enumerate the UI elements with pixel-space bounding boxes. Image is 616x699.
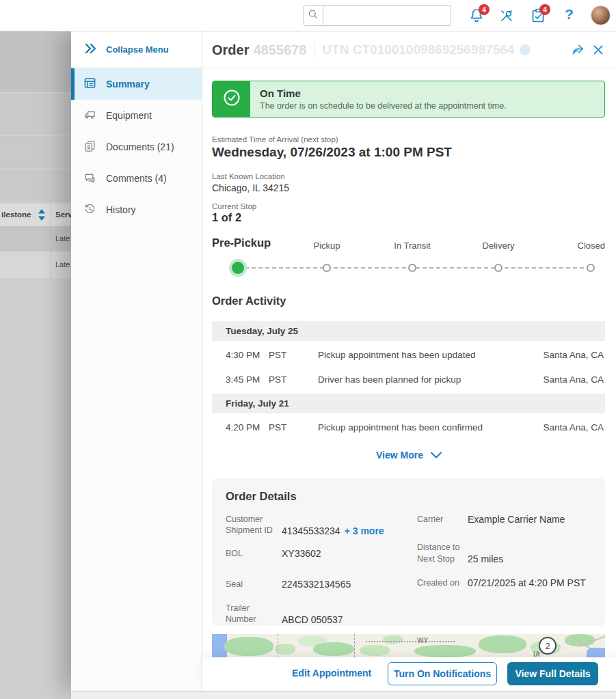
- detail-field: Distance to Next Stop 25 miles: [417, 542, 591, 564]
- map-terrain: [383, 635, 403, 644]
- info-icon[interactable]: [520, 44, 531, 55]
- user-avatar[interactable]: [591, 5, 611, 25]
- background-block: [0, 94, 71, 135]
- order-activity-title: Order Activity: [212, 294, 286, 307]
- page-bottom-strip: [71, 691, 616, 699]
- sidebar-item-summary[interactable]: Summary: [71, 68, 202, 100]
- detail-label: Customer Shipment ID: [226, 514, 282, 536]
- sidebar-item-comments[interactable]: Comments (4): [71, 163, 202, 194]
- collapse-menu-button[interactable]: Collapse Menu: [71, 31, 202, 68]
- share-icon[interactable]: [571, 43, 585, 57]
- summary-icon: [83, 77, 96, 92]
- event-timezone: PST: [269, 350, 286, 360]
- stop-2-marker: 2: [539, 637, 557, 655]
- milestone-column-header: ilestone: [1, 204, 31, 226]
- more-shipment-ids-link[interactable]: + 3 more: [345, 525, 384, 536]
- background-block: [0, 31, 71, 92]
- help-icon[interactable]: ?: [565, 6, 574, 23]
- detail-label: Created on: [417, 577, 468, 588]
- order-details-title: Order Details: [226, 490, 591, 503]
- edit-appointment-button[interactable]: Edit Appointment: [292, 668, 371, 679]
- step-label-pickup: Pickup: [313, 241, 340, 251]
- event-time: 4:30 PM: [226, 350, 260, 360]
- order-drawer-screen: 4 4 ? ilestone Servi Late Late: [0, 0, 616, 699]
- map-border: [354, 634, 355, 657]
- banner-text: On Time The order is on schedule to be d…: [250, 81, 507, 117]
- detail-field: BOL XY33602: [226, 548, 417, 559]
- sidebar-item-documents[interactable]: Documents (21): [71, 131, 202, 163]
- table-row: Late: [0, 251, 71, 278]
- map-water: [587, 648, 605, 657]
- tools-icon[interactable]: [498, 8, 515, 24]
- map-terrain: [479, 635, 526, 653]
- chevron-down-icon: [423, 450, 442, 461]
- order-detail-drawer: Collapse Menu Summary Equipment Document…: [71, 31, 616, 691]
- sidebar-item-label: Comments (4): [106, 173, 167, 184]
- map-terrain: [360, 645, 390, 656]
- comments-icon: [83, 171, 96, 186]
- service-cell: Late: [55, 234, 70, 243]
- map-border: [278, 634, 278, 657]
- view-full-details-button[interactable]: View Full Details: [507, 662, 598, 685]
- map-terrain: [224, 637, 273, 656]
- event-location: Santa Ana, CA: [543, 374, 604, 385]
- sidebar-item-label: Summary: [106, 79, 150, 90]
- drawer-footer: Edit Appointment Turn On Notifications V…: [202, 657, 616, 691]
- detail-label: Trailer Number: [226, 603, 282, 625]
- map-terrain: [313, 642, 354, 656]
- order-title-prefix: Order: [212, 42, 249, 58]
- step-dot: [587, 264, 595, 272]
- created-on-value: 07/21/2025 at 4:20 PM PST: [468, 577, 586, 588]
- current-stop-value: 1 of 2: [212, 211, 241, 224]
- banner-icon-block: [213, 81, 250, 117]
- distance-value: 25 miles: [468, 553, 503, 564]
- event-time: 4:20 PM: [226, 422, 260, 433]
- details-left-column: Customer Shipment ID 41345533234+ 3 more…: [226, 514, 417, 625]
- last-known-location-label: Last Known Location: [212, 172, 285, 180]
- sidebar-item-equipment[interactable]: Equipment: [71, 100, 202, 131]
- activity-row: 3:45 PM PST Driver has been planned for …: [212, 374, 605, 388]
- map-region-label: WY: [417, 637, 428, 644]
- status-message: The order is on schedule to be delivered…: [260, 101, 507, 111]
- detail-field: Created on 07/21/2025 at 4:20 PM PST: [417, 577, 591, 588]
- close-icon[interactable]: [591, 43, 605, 57]
- history-icon: [83, 202, 96, 217]
- service-cell: Late: [55, 260, 70, 269]
- eta-label: Estimated Time of Arrival (next stop): [212, 135, 338, 143]
- detail-label: BOL: [226, 548, 282, 559]
- drawer-sidebar: Collapse Menu Summary Equipment Document…: [71, 31, 202, 691]
- detail-value: 41345533234: [282, 525, 340, 536]
- panel-header: Order 4855678 UTN CT01001009869256987564: [202, 31, 616, 68]
- turn-on-notifications-button[interactable]: Turn On Notifications: [388, 662, 497, 685]
- detail-field: Seal 2245332134565: [226, 579, 417, 590]
- step-label-delivery: Delivery: [483, 241, 515, 251]
- activity-row: 4:30 PM PST Pickup appointment has been …: [212, 350, 605, 364]
- route-map-preview[interactable]: WY IA 2: [212, 634, 605, 657]
- utn-number: UTN CT01001009869256987564: [322, 42, 514, 57]
- seal-value: 2245332134565: [282, 579, 351, 590]
- map-terrain: [414, 645, 476, 657]
- trailer-number-value: ABCD 050537: [282, 614, 343, 625]
- tasks-badge: 4: [539, 4, 550, 15]
- panel-title: Order 4855678 UTN CT01001009869256987564: [212, 31, 531, 68]
- order-details-grid: Customer Shipment ID 41345533234+ 3 more…: [226, 514, 591, 625]
- table-row: Late: [0, 226, 71, 251]
- map-region-label: IA: [533, 650, 540, 657]
- order-number: 4855678: [253, 42, 306, 58]
- step-label-in-transit: In Transit: [394, 241, 430, 251]
- sidebar-item-history[interactable]: History: [71, 194, 202, 225]
- detail-field: Trailer Number ABCD 050537: [226, 603, 417, 625]
- step-dot-active: [232, 262, 244, 274]
- search-input[interactable]: [323, 5, 451, 26]
- view-more-button[interactable]: View More: [202, 450, 616, 461]
- sidebar-item-label: Equipment: [106, 110, 152, 121]
- customer-shipment-id-value: 41345533234+ 3 more: [282, 525, 384, 536]
- search-button[interactable]: [303, 5, 323, 26]
- activity-date-header: Friday, July 21: [212, 394, 605, 413]
- detail-label: Seal: [226, 579, 282, 590]
- collapse-menu-label: Collapse Menu: [106, 44, 169, 55]
- event-location: Santa Ana, CA: [543, 350, 604, 360]
- carrier-link[interactable]: Example Carrier Name: [468, 514, 565, 525]
- event-timezone: PST: [269, 422, 286, 433]
- sort-icon: [38, 209, 45, 223]
